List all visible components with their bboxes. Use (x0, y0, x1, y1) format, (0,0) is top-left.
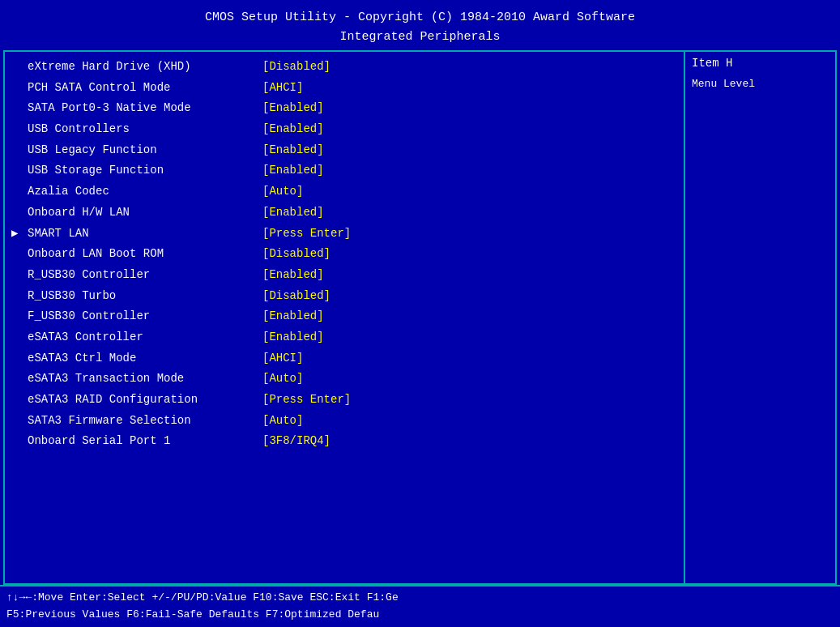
menu-item[interactable]: Azalia Codec[Auto] (5, 181, 684, 203)
menu-arrow-icon (11, 183, 28, 201)
menu-item-label: USB Storage Function (28, 162, 262, 180)
menu-item-label: eSATA3 RAID Configuration (28, 391, 262, 409)
menu-item-value: [Enabled] (262, 308, 324, 326)
menu-item-value: [Disabled] (262, 245, 330, 263)
menu-item[interactable]: F_USB30 Controller[Enabled] (5, 306, 684, 327)
menu-item[interactable]: Onboard Serial Port 1[3F8/IRQ4] (5, 431, 684, 452)
menu-item-label: Onboard H/W LAN (28, 204, 262, 222)
footer-row1: ↑↓→←:Move Enter:Select +/-/PU/PD:Value F… (6, 590, 834, 607)
menu-item-label: Onboard Serial Port 1 (28, 433, 262, 450)
menu-item-value: [Enabled] (262, 142, 324, 160)
help-panel: Item H Menu Level (685, 52, 835, 583)
menu-item-label: eSATA3 Transaction Mode (28, 370, 262, 388)
menu-item-value: [Enabled] (262, 121, 324, 139)
menu-arrow-icon (11, 58, 28, 76)
menu-item[interactable]: Onboard LAN Boot ROM[Disabled] (5, 244, 684, 265)
menu-item-value: [Enabled] (262, 267, 324, 284)
menu-arrow-icon: ▶ (11, 225, 28, 243)
menu-item-label: SATA3 Firmware Selection (28, 412, 262, 430)
menu-item[interactable]: ▶SMART LAN[Press Enter] (5, 224, 684, 245)
menu-item[interactable]: eSATA3 Ctrl Mode[AHCI] (5, 348, 684, 369)
footer: ↑↓→←:Move Enter:Select +/-/PU/PD:Value F… (0, 585, 840, 627)
menu-item-label: Onboard LAN Boot ROM (28, 245, 262, 263)
menu-arrow-icon (11, 412, 28, 430)
menu-item-label: PCH SATA Control Mode (28, 79, 262, 97)
footer-row2: F5:Previous Values F6:Fail-Safe Defaults… (6, 607, 834, 624)
menu-item-value: [Press Enter] (262, 225, 351, 243)
menu-arrow-icon (11, 329, 28, 347)
menu-item[interactable]: Onboard H/W LAN[Enabled] (5, 203, 684, 224)
menu-item-value: [Auto] (262, 183, 303, 201)
menu-arrow-icon (11, 308, 28, 326)
menu-item[interactable]: USB Controllers[Enabled] (5, 119, 684, 140)
menu-item-value: [Enabled] (262, 204, 324, 222)
menu-item-value: [Auto] (262, 412, 303, 430)
help-title: Item H (692, 57, 829, 70)
menu-item[interactable]: USB Legacy Function[Enabled] (5, 140, 684, 161)
menu-item-value: [Disabled] (262, 58, 330, 76)
main-content: eXtreme Hard Drive (XHD)[Disabled] PCH S… (3, 50, 837, 585)
menu-item[interactable]: R_USB30 Controller[Enabled] (5, 265, 684, 286)
menu-item-label: SATA Port0-3 Native Mode (28, 100, 262, 117)
menu-arrow-icon (11, 433, 28, 450)
menu-item-value: [AHCI] (262, 79, 303, 97)
footer-keys-row2: F5:Previous Values F6:Fail-Safe Defaults… (6, 607, 379, 624)
bios-screen: CMOS Setup Utility - Copyright (C) 1984-… (0, 0, 840, 627)
menu-item-value: [AHCI] (262, 350, 303, 368)
menu-item[interactable]: SATA3 Firmware Selection[Auto] (5, 411, 684, 432)
menu-item-value: [Enabled] (262, 100, 324, 117)
menu-item-value: [Auto] (262, 370, 303, 388)
menu-item-value: [Disabled] (262, 288, 330, 305)
help-subtitle: Menu Level (692, 76, 829, 92)
menu-arrow-icon (11, 79, 28, 97)
menu-arrow-icon (11, 370, 28, 388)
menu-item-label: R_USB30 Turbo (28, 288, 262, 305)
menu-item[interactable]: USB Storage Function[Enabled] (5, 160, 684, 181)
menu-item-label: Azalia Codec (28, 183, 262, 201)
menu-item[interactable]: eXtreme Hard Drive (XHD)[Disabled] (5, 57, 684, 78)
menu-arrow-icon (11, 245, 28, 263)
menu-item-label: eXtreme Hard Drive (XHD) (28, 58, 262, 76)
header-line2: Integrated Peripherals (0, 28, 840, 47)
menu-item[interactable]: PCH SATA Control Mode[AHCI] (5, 78, 684, 99)
menu-item-label: eSATA3 Controller (28, 329, 262, 347)
menu-item-label: F_USB30 Controller (28, 308, 262, 326)
menu-arrow-icon (11, 121, 28, 139)
menu-arrow-icon (11, 162, 28, 180)
menu-item-value: [Press Enter] (262, 391, 351, 409)
menu-item-value: [3F8/IRQ4] (262, 433, 330, 450)
menu-item[interactable]: R_USB30 Turbo[Disabled] (5, 286, 684, 307)
menu-arrow-icon (11, 142, 28, 160)
menu-arrow-icon (11, 288, 28, 305)
menu-arrow-icon (11, 204, 28, 222)
menu-item-label: R_USB30 Controller (28, 267, 262, 284)
footer-keys-row1: ↑↓→←:Move Enter:Select +/-/PU/PD:Value F… (6, 590, 399, 607)
menu-item[interactable]: eSATA3 RAID Configuration[Press Enter] (5, 390, 684, 411)
header-line1: CMOS Setup Utility - Copyright (C) 1984-… (0, 8, 840, 28)
menu-item-value: [Enabled] (262, 162, 324, 180)
menu-item[interactable]: eSATA3 Transaction Mode[Auto] (5, 369, 684, 390)
menu-item-label: USB Controllers (28, 121, 262, 139)
menu-arrow-icon (11, 267, 28, 284)
header: CMOS Setup Utility - Copyright (C) 1984-… (0, 0, 840, 50)
menu-item-label: SMART LAN (28, 225, 262, 243)
menu-arrow-icon (11, 100, 28, 117)
menu-item-value: [Enabled] (262, 329, 324, 347)
menu-arrow-icon (11, 391, 28, 409)
menu-panel[interactable]: eXtreme Hard Drive (XHD)[Disabled] PCH S… (5, 52, 685, 583)
menu-arrow-icon (11, 350, 28, 368)
menu-item-label: eSATA3 Ctrl Mode (28, 350, 262, 368)
menu-item[interactable]: eSATA3 Controller[Enabled] (5, 327, 684, 348)
menu-item[interactable]: SATA Port0-3 Native Mode[Enabled] (5, 98, 684, 119)
menu-item-label: USB Legacy Function (28, 142, 262, 160)
